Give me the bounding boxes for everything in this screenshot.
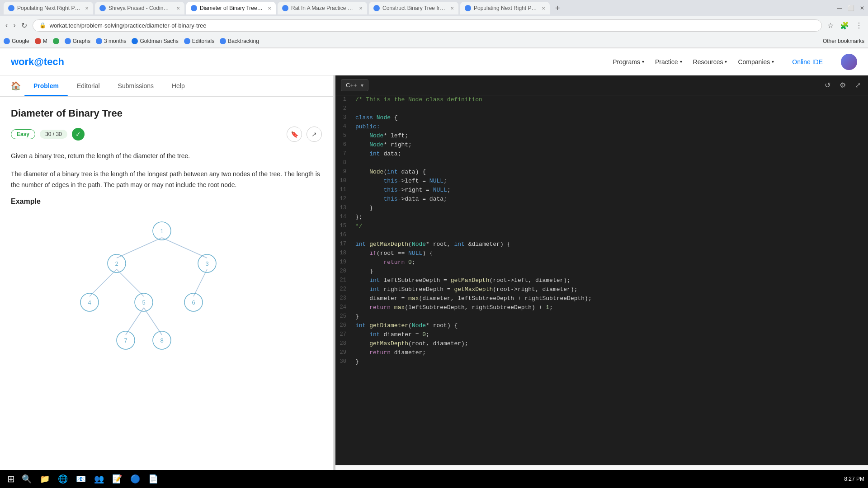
forward-button[interactable]: › [11,19,17,32]
bookmark-google[interactable]: Google [4,38,29,44]
line-number: 30 [335,357,354,365]
taskbar-teams[interactable]: 👥 [91,471,107,487]
tab-close-5[interactable]: ✕ [450,6,454,11]
taskbar-onenote[interactable]: 📝 [109,471,125,487]
code-editor[interactable]: 1/* This is the Node class definition23c… [335,95,868,465]
bookmark-backtracking[interactable]: Backtracking [220,38,259,44]
nav-programs-arrow: ▾ [642,59,644,64]
line-content: Node* right; [354,141,868,149]
start-button[interactable]: ⊞ [4,474,19,484]
taskbar-files[interactable]: 📁 [37,471,53,487]
bookmark-3months[interactable]: 3 months [96,38,126,44]
other-bookmarks[interactable]: Other bookmarks [823,38,864,44]
bookmark-label-goldman: Goldman Sachs [140,38,178,44]
bookmark-favicon-graphs [65,38,71,44]
browser-tab-4[interactable]: Rat In A Maze Practice Inte... ✕ [278,2,367,14]
line-content [354,231,868,233]
nav-programs[interactable]: Programs ▾ [613,58,644,66]
bookmark-star-icon[interactable]: ☆ [826,20,835,31]
tab-close-4[interactable]: ✕ [359,6,363,11]
extension-icon[interactable]: 🧩 [838,20,851,31]
bookmark-2[interactable] [53,38,59,44]
tab-editorial[interactable]: Editorial [68,76,109,96]
line-content: }; [354,213,868,221]
bookmark-m[interactable]: M [35,38,47,44]
window-controls: — ⬜ ✕ [837,5,864,11]
home-tab[interactable]: 🏠 [7,75,24,96]
menu-icon[interactable]: ⋮ [854,20,864,31]
nav-resources[interactable]: Resources ▾ [693,58,727,66]
check-badge: ✓ [72,128,85,141]
bookmark-button[interactable]: 🔖 [287,127,302,142]
maximize-button[interactable]: ⬜ [848,5,854,11]
editor-toolbar: C++ ▾ ↺ ⚙ ⤢ [335,75,868,95]
browser-tab-6[interactable]: Populating Next Right Poin... ✕ [460,2,550,14]
bookmark-graphs[interactable]: Graphs [65,38,90,44]
line-number: 22 [335,285,354,292]
taskbar-mail[interactable]: 📧 [73,471,89,487]
taskbar-right: 8:27 PM [844,476,864,482]
svg-line-4 [193,269,207,296]
user-avatar[interactable] [841,54,857,70]
svg-text:8: 8 [160,337,163,344]
bookmark-editorials[interactable]: Editorials [184,38,214,44]
nav-practice[interactable]: Practice ▾ [655,58,682,66]
reset-code-button[interactable]: ↺ [823,79,832,91]
tab-help[interactable]: Help [163,76,194,96]
code-line-17: 17int getMaxDepth(Node* root, int &diame… [335,240,868,249]
tab-label-1: Populating Next Right Poin... [17,5,80,11]
tab-label-6: Populating Next Right Poin... [474,5,537,11]
score-badge: 30 / 30 [40,130,67,139]
svg-line-6 [144,308,162,335]
nav-links: Programs ▾ Practice ▾ Resources ▾ Compan… [613,54,857,70]
tab-close-2[interactable]: ✕ [176,6,180,11]
code-line-18: 18 if(root == NULL) { [335,249,868,258]
bookmark-label-graphs: Graphs [73,38,90,44]
reload-button[interactable]: ↻ [19,19,29,32]
code-line-8: 8 [335,159,868,168]
settings-button[interactable]: ⚙ [838,79,848,91]
fullscreen-button[interactable]: ⤢ [853,79,863,91]
svg-text:6: 6 [192,299,195,306]
taskbar-chrome[interactable]: 🔵 [127,471,143,487]
bookmark-favicon-editorials [184,38,190,44]
language-selector[interactable]: C++ ▾ [341,79,368,91]
bookmark-goldman[interactable]: Goldman Sachs [132,38,178,44]
tab-label-5: Construct Binary Tree from... [382,5,446,11]
nav-online-ide[interactable]: Online IDE [792,58,823,66]
app: work@tech Programs ▾ Practice ▾ Resource… [0,48,868,488]
code-line-6: 6 Node* right; [335,141,868,150]
browser-tab-3[interactable]: Diameter of Binary Tree | P... ✕ [186,2,276,14]
new-tab-button[interactable]: + [552,4,564,13]
browser-tab-5[interactable]: Construct Binary Tree from... ✕ [369,2,458,14]
line-content: this->right = NULL; [354,186,868,194]
tab-submissions[interactable]: Submissions [109,76,163,96]
close-button[interactable]: ✕ [860,5,864,11]
code-line-21: 21 int leftSubtreeDepth = getMaxDepth(ro… [335,276,868,285]
svg-text:7: 7 [124,337,127,344]
browser-tab-1[interactable]: Populating Next Right Poin... ✕ [4,2,93,14]
svg-text:1: 1 [160,228,163,235]
taskbar-search[interactable]: 🔍 [19,471,35,487]
share-button[interactable]: ↗ [307,127,322,142]
tab-close-3[interactable]: ✕ [268,6,271,11]
nav-buttons: ‹ › ↻ [4,19,29,32]
taskbar-outlook[interactable]: 📄 [145,471,161,487]
code-line-25: 25} [335,312,868,321]
line-content: } [354,312,868,321]
tree-diagram: 1 2 3 4 5 6 7 8 [11,213,322,353]
tab-problem[interactable]: Problem [24,76,68,96]
minimize-button[interactable]: — [837,5,842,11]
taskbar-edge[interactable]: 🌐 [55,471,71,487]
line-number: 26 [335,321,354,328]
browser-tab-2[interactable]: Shreya Prasad - Coding Pr... ✕ [95,2,184,14]
tab-close-6[interactable]: ✕ [542,6,545,11]
svg-line-2 [90,269,117,296]
code-line-14: 14}; [335,213,868,222]
line-content: /* This is the Node class definition [354,95,868,104]
address-bar[interactable]: 🔒 workat.tech/problem-solving/practice/d… [33,19,822,32]
line-content: int leftSubtreeDepth = getMaxDepth(root-… [354,276,868,285]
nav-companies[interactable]: Companies ▾ [738,58,774,66]
tab-close-1[interactable]: ✕ [85,6,89,11]
back-button[interactable]: ‹ [4,19,9,32]
